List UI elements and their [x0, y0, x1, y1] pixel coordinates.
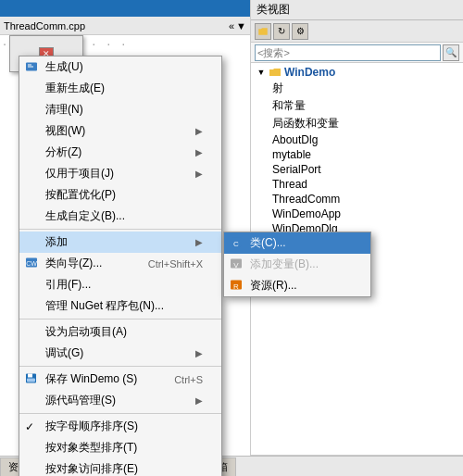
- separator-2: [19, 319, 221, 319]
- menu-save-shortcut: Ctrl+S: [174, 374, 203, 385]
- class-wizard-icon: CW: [25, 257, 38, 270]
- menu-view-label: 视图(W): [45, 123, 85, 139]
- tree-item-label-6: Thread: [272, 178, 307, 191]
- menu-item-source-control[interactable]: 源代码管理(S) ▶: [19, 390, 221, 411]
- svg-text:C: C: [233, 239, 239, 247]
- separator-3: [19, 366, 221, 367]
- menu-item-sort-type[interactable]: 按对象类型排序(T): [19, 437, 221, 458]
- tree-item-1[interactable]: 和常量: [251, 97, 463, 115]
- menu-item-set-startup[interactable]: 设为启动项目(A): [19, 321, 221, 343]
- tree-root-icon: [269, 67, 282, 78]
- context-menu: 生成(U) 重新生成(E) 清理(N) 视图(W) ▶ 分析(Z) ▶ 仅用于项…: [19, 56, 222, 476]
- collapse-btn[interactable]: «: [229, 20, 234, 31]
- tree-item-0[interactable]: 射: [251, 80, 463, 97]
- submenu-item-resource[interactable]: R 资源(R)...: [224, 275, 370, 296]
- search-bar: 🔍: [251, 43, 463, 63]
- gear-icon: ⚙: [296, 26, 305, 36]
- submenu-variable-label: 添加变量(B)...: [250, 257, 319, 272]
- menu-class-wizard-shortcut: Ctrl+Shift+X: [148, 258, 203, 269]
- tree-item-label-4: mytable: [272, 148, 311, 161]
- search-input[interactable]: [255, 44, 441, 61]
- tree-root[interactable]: ▼ WinDemo: [251, 65, 463, 80]
- search-icon: 🔍: [445, 47, 457, 57]
- tree-root-label: WinDemo: [284, 66, 335, 79]
- menu-project-only-arrow: ▶: [195, 169, 203, 179]
- menu-item-save[interactable]: 保存 WinDemo (S) Ctrl+S: [19, 369, 221, 390]
- tree-item-label-3: AboutDlg: [272, 133, 318, 146]
- menu-source-control-arrow: ▶: [195, 395, 203, 406]
- menu-item-ref[interactable]: 引用(F)...: [19, 274, 221, 295]
- code-filename: ThreadComm.cpp: [4, 20, 85, 31]
- menu-add-arrow: ▶: [195, 237, 203, 247]
- tree-item-8[interactable]: WinDemoApp: [251, 207, 463, 221]
- tree-item-6[interactable]: Thread: [251, 177, 463, 192]
- menu-clean-label: 清理(N): [45, 102, 83, 118]
- menu-item-debug[interactable]: 调试(G) ▶: [19, 343, 221, 364]
- menu-add-label: 添加: [45, 234, 68, 250]
- menu-debug-label: 调试(G): [45, 345, 83, 361]
- menu-view-arrow: ▶: [195, 126, 203, 136]
- submenu-item-class[interactable]: C 类(C)...: [224, 232, 370, 254]
- menu-item-project-only[interactable]: 仅用于项目(J) ▶: [19, 163, 221, 184]
- menu-item-analyze[interactable]: 分析(Z) ▶: [19, 142, 221, 163]
- svg-text:V: V: [233, 260, 239, 269]
- tree-item-label-5: SerialPort: [272, 163, 321, 176]
- tree-item-label-2: 局函数和变量: [272, 116, 339, 132]
- menu-item-pgo[interactable]: 按配置优化(P): [19, 184, 221, 206]
- menu-save-label: 保存 WinDemo (S): [45, 371, 137, 387]
- menu-item-view[interactable]: 视图(W) ▶: [19, 120, 221, 142]
- menu-item-class-wizard[interactable]: CW 类向导(Z)... Ctrl+Shift+X: [19, 253, 221, 274]
- tree-item-7[interactable]: ThreadComm: [251, 192, 463, 207]
- pin-btn[interactable]: ▼: [236, 20, 246, 31]
- search-button[interactable]: 🔍: [443, 44, 459, 61]
- submenu-resource-label: 资源(R)...: [250, 278, 297, 294]
- menu-nuget-label: 管理 NuGet 程序包(N)...: [45, 298, 164, 314]
- menu-debug-arrow: ▶: [195, 348, 203, 358]
- separator-4: [19, 413, 221, 414]
- toolbar-refresh-btn[interactable]: ↻: [273, 23, 290, 40]
- tree-item-3[interactable]: AboutDlg: [251, 132, 463, 147]
- save-icon: [25, 372, 37, 386]
- tree-item-5[interactable]: SerialPort: [251, 162, 463, 177]
- tree-item-label-8: WinDemoApp: [272, 207, 341, 220]
- tree-item-4[interactable]: mytable: [251, 147, 463, 162]
- menu-build-custom-label: 生成自定义(B)...: [45, 208, 125, 224]
- menu-item-add[interactable]: 添加 ▶ C 类(C)... V: [19, 232, 221, 253]
- menu-set-startup-label: 设为启动项目(A): [45, 324, 127, 340]
- variable-icon: V: [230, 257, 243, 272]
- tree-expand-icon: ▼: [257, 68, 266, 77]
- menu-sort-access-label: 按对象访问排序(E): [45, 461, 138, 476]
- svg-rect-13: [27, 378, 35, 382]
- menu-item-build-custom[interactable]: 生成自定义(B)...: [19, 206, 221, 227]
- menu-class-wizard-label: 类向导(Z)...: [45, 256, 102, 271]
- menu-generate-icon: [25, 60, 38, 74]
- tree-item-label-0: 射: [272, 81, 283, 96]
- menu-item-generate[interactable]: 生成(U): [19, 56, 221, 78]
- toolbar-folder-btn[interactable]: [255, 23, 271, 40]
- submenu-class-label: 类(C)...: [250, 235, 286, 251]
- submenu: C 类(C)... V 添加变量(B)...: [223, 232, 371, 297]
- menu-item-clean[interactable]: 清理(N): [19, 99, 221, 120]
- svg-rect-2: [28, 66, 33, 67]
- tree-item-2[interactable]: 局函数和变量: [251, 115, 463, 132]
- menu-analyze-label: 分析(Z): [45, 144, 81, 160]
- svg-text:R: R: [233, 282, 239, 290]
- menu-item-rebuild[interactable]: 重新生成(E): [19, 78, 221, 99]
- menu-rebuild-label: 重新生成(E): [45, 81, 105, 96]
- tree-item-label-7: ThreadComm: [272, 193, 340, 206]
- menu-sort-type-label: 按对象类型排序(T): [45, 440, 137, 456]
- refresh-icon: ↻: [278, 26, 285, 36]
- checkmark-sort-alpha: ✓: [25, 420, 34, 433]
- menu-source-control-label: 源代码管理(S): [45, 393, 116, 408]
- menu-item-nuget[interactable]: 管理 NuGet 程序包(N)...: [19, 295, 221, 317]
- menu-item-sort-access[interactable]: 按对象访问排序(E): [19, 458, 221, 476]
- menu-project-only-label: 仅用于项目(J): [45, 166, 114, 182]
- svg-rect-12: [28, 373, 32, 377]
- class-view-toolbar: ↻ ⚙: [251, 20, 463, 43]
- menu-pgo-label: 按配置优化(P): [45, 187, 116, 203]
- menu-generate-label: 生成(U): [45, 59, 83, 75]
- menu-ref-label: 引用(F)...: [45, 277, 91, 293]
- menu-item-sort-alpha[interactable]: ✓ 按字母顺序排序(S): [19, 416, 221, 437]
- class-icon: C: [230, 235, 243, 251]
- toolbar-settings-btn[interactable]: ⚙: [292, 23, 308, 40]
